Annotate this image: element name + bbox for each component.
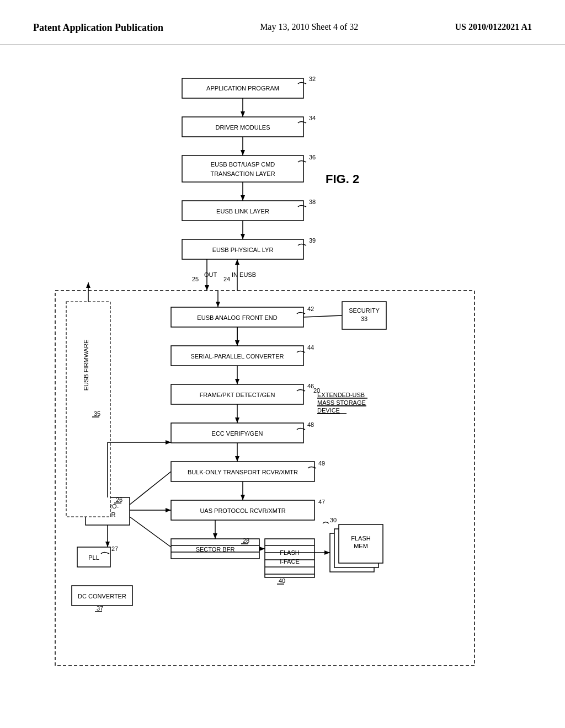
header-right: US 2010/0122021 A1 (455, 22, 532, 32)
svg-text:APPLICATION PROGRAM: APPLICATION PROGRAM (206, 85, 279, 92)
svg-text:25: 25 (192, 276, 199, 282)
svg-text:IN EUSB: IN EUSB (232, 271, 256, 278)
svg-text:49: 49 (318, 460, 325, 467)
header-left: Patent Application Publication (33, 22, 163, 34)
svg-text:40: 40 (279, 577, 285, 584)
svg-marker-7 (241, 111, 245, 117)
svg-text:EUSB FIRMWARE: EUSB FIRMWARE (83, 340, 89, 391)
svg-text:SECTOR BFR: SECTOR BFR (196, 546, 235, 553)
svg-text:32: 32 (309, 76, 316, 82)
svg-text:EUSB PHYSICAL LYR: EUSB PHYSICAL LYR (212, 247, 274, 253)
svg-text:SECURITY: SECURITY (349, 307, 380, 314)
svg-text:EXTENDED-USB: EXTENDED-USB (317, 392, 365, 398)
svg-text:48: 48 (307, 421, 314, 428)
svg-text:EUSB LINK LAYER: EUSB LINK LAYER (216, 208, 269, 215)
svg-text:I-FACE: I-FACE (280, 558, 299, 565)
svg-text:20: 20 (313, 387, 320, 394)
svg-text:47: 47 (318, 499, 325, 505)
svg-text:30: 30 (330, 517, 337, 523)
diagram-area: APPLICATION PROGRAM 32 DRIVER MODULES 34… (0, 45, 565, 724)
svg-text:SERIAL-PARALLEL CONVERTER: SERIAL-PARALLEL CONVERTER (190, 353, 284, 360)
header-center: May 13, 2010 Sheet 4 of 32 (260, 22, 358, 32)
svg-text:BULK-ONLY TRANSPORT RCVR/XMTR: BULK-ONLY TRANSPORT RCVR/XMTR (188, 469, 298, 475)
svg-marker-86 (86, 282, 90, 288)
svg-text:PLL: PLL (88, 554, 99, 561)
svg-text:35: 35 (94, 410, 100, 417)
svg-text:37: 37 (97, 605, 103, 612)
svg-text:UAS PROTOCOL RCVR/XMTR: UAS PROTOCOL RCVR/XMTR (200, 507, 285, 514)
svg-text:28: 28 (243, 537, 249, 544)
svg-text:MASS STORAGE: MASS STORAGE (317, 399, 366, 406)
svg-text:39: 39 (309, 237, 316, 244)
svg-text:FLASH: FLASH (351, 535, 371, 542)
svg-text:34: 34 (309, 115, 316, 121)
svg-marker-24 (241, 234, 245, 239)
svg-text:33: 33 (361, 315, 367, 322)
svg-text:FRAME/PKT DETECT/GEN: FRAME/PKT DETECT/GEN (200, 392, 275, 398)
svg-text:44: 44 (307, 344, 314, 351)
svg-text:EUSB BOT/UASP CMD: EUSB BOT/UASP CMD (211, 161, 275, 168)
svg-text:EUSB ANALOG FRONT END: EUSB ANALOG FRONT END (197, 314, 277, 321)
page-header: Patent Application Publication May 13, 2… (0, 0, 565, 45)
svg-marker-28 (205, 285, 209, 291)
svg-text:OUT: OUT (204, 271, 217, 278)
svg-rect-81 (66, 302, 110, 517)
svg-marker-13 (241, 150, 245, 156)
svg-marker-19 (241, 195, 245, 201)
svg-text:FIG. 2: FIG. 2 (326, 172, 359, 186)
svg-text:ECC VERIFY/GEN: ECC VERIFY/GEN (212, 430, 263, 437)
svg-text:42: 42 (307, 306, 314, 312)
svg-text:38: 38 (309, 199, 316, 205)
svg-text:26: 26 (116, 496, 122, 503)
svg-text:MEM: MEM (354, 543, 368, 549)
svg-text:DRIVER MODULES: DRIVER MODULES (215, 124, 270, 131)
svg-text:DEVICE: DEVICE (317, 407, 340, 414)
svg-text:27: 27 (111, 545, 118, 552)
svg-text:DC CONVERTER: DC CONVERTER (78, 593, 126, 599)
svg-marker-32 (235, 259, 239, 265)
svg-rect-8 (182, 156, 303, 182)
svg-text:TRANSACTION LAYER: TRANSACTION LAYER (210, 170, 275, 177)
svg-text:36: 36 (309, 154, 316, 160)
svg-text:24: 24 (223, 276, 230, 282)
